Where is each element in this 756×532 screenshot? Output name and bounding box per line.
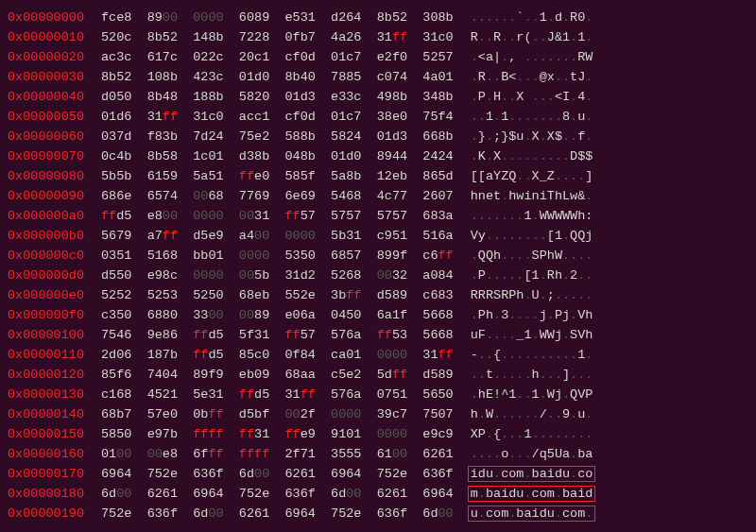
ascii-repr: Vy........[1.QQj	[471, 226, 593, 246]
offset-address: 0x00000110	[8, 345, 84, 365]
offset-address: 0x00000050	[8, 107, 84, 127]
ascii-repr: u.com.baidu.com.	[471, 504, 596, 523]
ascii-repr: ..1.1.......8.u.	[471, 107, 593, 127]
ascii-repr: R..R..r(..J&1.1.	[471, 27, 593, 47]
hexdump-row: 0x000000308b52 108b 423c 01d0 8b40 7885 …	[8, 67, 748, 87]
hex-bytes: 5b5b 6159 5a51 ffe0 585f 5a8b 12eb 865d	[101, 166, 454, 186]
hex-bytes: d050 8b48 188b 5820 01d3 e33c 498b 348b	[101, 87, 454, 107]
ascii-repr: RRRSRPh.U.;.....	[471, 285, 593, 305]
offset-address: 0x00000180	[8, 484, 84, 504]
hex-bytes: 68b7 57e0 0bff d5bf 002f 0000 39c7 7507	[101, 404, 454, 424]
hexdump-row: 0x00000060037d f83b 7d24 75e2 588b 5824 …	[8, 127, 748, 146]
ascii-repr: .R..B<...@x..tJ.	[471, 67, 593, 87]
ascii-repr: .Ph.3....j.Pj.Vh	[471, 305, 593, 325]
offset-address: 0x00000070	[8, 146, 84, 166]
hex-bytes: 6964 752e 636f 6d00 6261 6964 752e 636f	[101, 464, 454, 484]
offset-address: 0x00000090	[8, 186, 84, 206]
offset-address: 0x00000170	[8, 464, 84, 484]
offset-address: 0x00000020	[8, 47, 84, 67]
ascii-repr: ....o.../q5Ua.ba	[471, 444, 593, 464]
offset-address: 0x000000e0	[8, 285, 84, 305]
highlight-box: idu.com.baidu.co	[468, 466, 596, 482]
hex-bytes: 8b52 108b 423c 01d0 8b40 7885 c074 4a01	[101, 67, 454, 87]
hexdump-row: 0x00000190752e 636f 6d00 6261 6964 752e …	[8, 504, 748, 523]
ascii-repr: m.baidu.com.baid	[471, 484, 596, 504]
ascii-repr: XP.{...1........	[471, 424, 593, 444]
ascii-repr: .QQh....SPhW....	[471, 246, 593, 266]
hex-bytes: 6d00 6261 6964 752e 636f 6d00 6261 6964	[101, 484, 454, 504]
ascii-repr: -..{..........1.	[471, 345, 593, 365]
offset-address: 0x00000010	[8, 27, 84, 47]
offset-address: 0x000000d0	[8, 266, 84, 285]
offset-address: 0x00000160	[8, 444, 84, 464]
hexdump-row: 0x00000020ac3c 617c 022c 20c1 cf0d 01c7 …	[8, 47, 748, 67]
hexdump-row: 0x000000a0ffd5 e800 0000 0031 ff57 5757 …	[8, 206, 748, 226]
hexdump-row: 0x000001706964 752e 636f 6d00 6261 6964 …	[8, 464, 748, 484]
hex-bytes: fce8 8900 0000 6089 e531 d264 8b52 308b	[101, 8, 454, 27]
offset-address: 0x00000000	[8, 8, 84, 27]
offset-address: 0x00000140	[8, 404, 84, 424]
offset-address: 0x00000030	[8, 67, 84, 87]
hexdump-row: 0x000000e05252 5253 5250 68eb 552e 3bff …	[8, 285, 748, 305]
hexdump-row: 0x00000000fce8 8900 0000 6089 e531 d264 …	[8, 8, 748, 27]
hex-bytes: 520c 8b52 148b 7228 0fb7 4a26 31ff 31c0	[101, 27, 454, 47]
hex-bytes: 5850 e97b ffff ff31 ffe9 9101 0000 e9c9	[101, 424, 454, 444]
hexdump-view: 0x00000000fce8 8900 0000 6089 e531 d264 …	[8, 8, 748, 523]
hex-bytes: c350 6880 3300 0089 e06a 0450 6a1f 5668	[101, 305, 454, 325]
hex-bytes: 85f6 7404 89f9 eb09 68aa c5e2 5dff d589	[101, 365, 454, 385]
hexdump-row: 0x000001102d06 187b ffd5 85c0 0f84 ca01 …	[8, 345, 748, 365]
offset-address: 0x000000b0	[8, 226, 84, 246]
ascii-repr: ......`..1.d.R0.	[471, 8, 593, 27]
hex-bytes: 7546 9e86 ffd5 5f31 ff57 576a ff53 5668	[101, 325, 454, 345]
hexdump-row: 0x00000040d050 8b48 188b 5820 01d3 e33c …	[8, 87, 748, 107]
hex-bytes: 01d6 31ff 31c0 acc1 cf0d 01c7 38e0 75f4	[101, 107, 454, 127]
ascii-repr: [[aYZQ..X_Z....]	[471, 166, 593, 186]
hexdump-row: 0x00000010520c 8b52 148b 7228 0fb7 4a26 …	[8, 27, 748, 47]
hexdump-row: 0x0000014068b7 57e0 0bff d5bf 002f 0000 …	[8, 404, 748, 424]
hexdump-row: 0x000000d0d550 e98c 0000 005b 31d2 5268 …	[8, 266, 748, 285]
offset-address: 0x000000a0	[8, 206, 84, 226]
ascii-repr: .<a|., .......RW	[471, 47, 593, 67]
hex-bytes: 752e 636f 6d00 6261 6964 752e 636f 6d00	[101, 504, 454, 523]
ascii-repr: .......1.WWWWWh:	[471, 206, 593, 226]
hexdump-row: 0x000001007546 9e86 ffd5 5f31 ff57 576a …	[8, 325, 748, 345]
offset-address: 0x00000120	[8, 365, 84, 385]
hex-bytes: 5679 a7ff d5e9 a400 0000 5b31 c951 516a	[101, 226, 454, 246]
ascii-repr: .K.X.........D$$	[471, 146, 593, 166]
ascii-repr: .P.....[1.Rh.2..	[471, 266, 593, 285]
ascii-repr: h.W....../..9.u.	[471, 404, 593, 424]
hexdump-row: 0x000000b05679 a7ff d5e9 a400 0000 5b31 …	[8, 226, 748, 246]
ascii-repr: .hE!^1..1.Wj.QVP	[471, 385, 593, 404]
hexdump-row: 0x000001806d00 6261 6964 752e 636f 6d00 …	[8, 484, 748, 504]
ascii-repr: uF...._1.WWj.SVh	[471, 325, 593, 345]
hexdump-row: 0x000001505850 e97b ffff ff31 ffe9 9101 …	[8, 424, 748, 444]
offset-address: 0x00000130	[8, 385, 84, 404]
highlight-box: u.com.baidu.com.	[468, 506, 596, 522]
hexdump-row: 0x0000005001d6 31ff 31c0 acc1 cf0d 01c7 …	[8, 107, 748, 127]
hex-bytes: 0c4b 8b58 1c01 d38b 048b 01d0 8944 2424	[101, 146, 454, 166]
ascii-repr: hnet.hwiniThLw&.	[471, 186, 593, 206]
hex-bytes: 037d f83b 7d24 75e2 588b 5824 01d3 668b	[101, 127, 454, 146]
offset-address: 0x00000080	[8, 166, 84, 186]
hexdump-row: 0x000000805b5b 6159 5a51 ffe0 585f 5a8b …	[8, 166, 748, 186]
offset-address: 0x000000f0	[8, 305, 84, 325]
offset-address: 0x00000060	[8, 127, 84, 146]
offset-address: 0x000000c0	[8, 246, 84, 266]
hexdump-row: 0x00000090686e 6574 0068 7769 6e69 5468 …	[8, 186, 748, 206]
hexdump-row: 0x00000130c168 4521 5e31 ffd5 31ff 576a …	[8, 385, 748, 404]
hex-bytes: ffd5 e800 0000 0031 ff57 5757 5757 683a	[101, 206, 454, 226]
ascii-repr: idu.com.baidu.co	[471, 464, 596, 484]
offset-address: 0x00000190	[8, 504, 84, 523]
offset-address: 0x00000040	[8, 87, 84, 107]
hexdump-row: 0x000000f0c350 6880 3300 0089 e06a 0450 …	[8, 305, 748, 325]
hex-bytes: ac3c 617c 022c 20c1 cf0d 01c7 e2f0 5257	[101, 47, 454, 67]
hex-bytes: c168 4521 5e31 ffd5 31ff 576a 0751 5650	[101, 385, 454, 404]
ascii-repr: .P.H..X ...<I.4.	[471, 87, 593, 107]
offset-address: 0x00000100	[8, 325, 84, 345]
hexdump-row: 0x000001600100 00e8 6fff ffff 2f71 3555 …	[8, 444, 748, 464]
hex-bytes: d550 e98c 0000 005b 31d2 5268 0032 a084	[101, 266, 454, 285]
offset-address: 0x00000150	[8, 424, 84, 444]
hexdump-row: 0x000000c00351 5168 bb01 0000 5350 6857 …	[8, 246, 748, 266]
hexdump-row: 0x0000012085f6 7404 89f9 eb09 68aa c5e2 …	[8, 365, 748, 385]
hex-bytes: 0351 5168 bb01 0000 5350 6857 899f c6ff	[101, 246, 454, 266]
